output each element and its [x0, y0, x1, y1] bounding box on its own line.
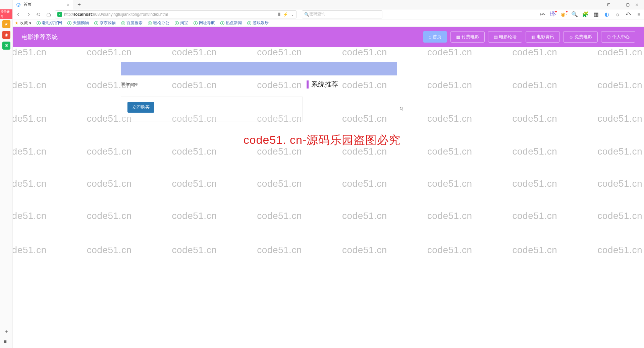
flash-icon[interactable]: ⚡: [283, 12, 288, 17]
recommend-heading: 系统推荐: [307, 80, 338, 89]
page-body: image 立即购买 系统推荐: [13, 47, 644, 348]
page-header-nav: 电影推荐系统 ⌂首页 ▦付费电影 ▤电影论坛 ▥电影资讯 ☺免费电影 ⚇个人中心: [13, 27, 644, 47]
bookmark-bullet-icon: ●: [37, 21, 41, 25]
translate-icon[interactable]: 译▾: [550, 11, 556, 17]
heading-accent-bar: [307, 80, 309, 89]
sun-icon[interactable]: ☼: [614, 11, 621, 17]
bookmark-bullet-icon: ●: [194, 21, 198, 25]
window-maximize-icon[interactable]: ▢: [625, 2, 630, 7]
bookmark-item[interactable]: ●热点新闻: [220, 20, 242, 26]
bookmark-item[interactable]: ●淘宝: [175, 20, 188, 26]
rail-mail-icon[interactable]: ✉: [2, 42, 10, 50]
address-bar[interactable]: ✓ http://localhost:8080/dianyingtuijianx…: [55, 10, 297, 18]
bookmark-bullet-icon: ●: [121, 21, 125, 25]
buy-now-button[interactable]: 立即购买: [127, 102, 154, 113]
bookmark-item[interactable]: ●京东购物: [94, 20, 116, 26]
bookmark-bullet-icon: ●: [247, 21, 251, 25]
rail-menu-icon[interactable]: ≡: [4, 339, 9, 345]
url-text: http://localhost:8080/dianyingtuijianxit…: [64, 12, 168, 17]
search-icon: 🔍: [304, 12, 309, 17]
bookmark-bullet-icon: ●: [148, 21, 152, 25]
window-minimize-icon[interactable]: ─: [616, 2, 621, 7]
qr-icon[interactable]: 𝄃𝄃: [278, 12, 280, 17]
login-badge[interactable]: 登录账号: [0, 9, 12, 19]
nav-menu: ⌂首页 ▦付费电影 ▤电影论坛 ▥电影资讯 ☺免费电影 ⚇个人中心: [423, 31, 635, 43]
chevron-down-icon[interactable]: ⌄: [291, 12, 294, 17]
bookmark-item[interactable]: ●老毛桃官网: [37, 20, 62, 26]
browser-left-rail: 登录账号 ✦ ★ ◉ ✉ ＋ ≡: [0, 0, 13, 348]
browser-address-bar-row: ✓ http://localhost:8080/dianyingtuijianx…: [0, 9, 644, 19]
tab-title: 首页: [23, 2, 32, 7]
zoom-icon[interactable]: 🔍: [572, 11, 578, 17]
tab-favicon: [16, 2, 21, 7]
shield-icon: ✓: [57, 12, 62, 17]
hero-banner: [121, 62, 397, 75]
rail-icon-2[interactable]: ★: [2, 20, 10, 28]
search-placeholder: 密码查询: [309, 11, 325, 17]
bookmark-favorites[interactable]: ★收藏 ▾: [15, 20, 31, 26]
nav-forward-button[interactable]: [25, 11, 32, 18]
window-pin-icon[interactable]: ⊡: [606, 2, 611, 7]
rail-weibo-icon[interactable]: ◉: [2, 31, 10, 39]
nav-reload-button[interactable]: [35, 11, 42, 18]
nav-forum[interactable]: ▤电影论坛: [488, 31, 522, 43]
tab-close-icon[interactable]: ×: [67, 2, 69, 7]
nav-profile[interactable]: ⚇个人中心: [601, 31, 635, 43]
bookmark-bullet-icon: ●: [67, 21, 71, 25]
nav-news[interactable]: ▥电影资讯: [526, 31, 560, 43]
bookmark-item[interactable]: ●游戏娱乐: [247, 20, 269, 26]
nav-paid-movie[interactable]: ▦付费电影: [450, 31, 485, 43]
bookmark-item[interactable]: ●轻松办公: [148, 20, 169, 26]
window-close-icon[interactable]: ✕: [635, 2, 639, 7]
nav-home[interactable]: ⌂首页: [423, 31, 447, 43]
puzzle-icon[interactable]: 🧩: [582, 11, 588, 17]
globe-icon[interactable]: ◐: [604, 11, 610, 17]
star-icon: ★: [15, 21, 18, 25]
bookmark-bullet-icon: ●: [220, 21, 224, 25]
bookmark-item[interactable]: ●网址导航: [194, 20, 215, 26]
bookmark-item[interactable]: ●天猫购物: [67, 20, 89, 26]
svg-point-1: [17, 3, 20, 6]
bookmarks-bar: ★收藏 ▾ ●老毛桃官网 ●天猫购物 ●京东购物 ●百度搜索 ●轻松办公 ●淘宝…: [0, 19, 644, 27]
undo-icon[interactable]: ↶▾: [625, 11, 631, 17]
broken-image-placeholder: image: [121, 81, 138, 86]
new-tab-button[interactable]: ＋: [73, 1, 85, 8]
browser-search-box[interactable]: 🔍 密码查询: [302, 10, 382, 18]
hamburger-icon[interactable]: ≡: [636, 11, 642, 17]
bookmark-bullet-icon: ●: [94, 21, 98, 25]
cursor-icon: ☟: [400, 106, 403, 112]
bookmark-item[interactable]: ●百度搜索: [121, 20, 143, 26]
bookmark-bullet-icon: ●: [175, 21, 179, 25]
browser-tab[interactable]: 首页 ×: [13, 0, 73, 9]
grid-icon[interactable]: ▦: [593, 11, 599, 17]
page-title: 电影推荐系统: [21, 33, 58, 41]
nav-back-button[interactable]: [15, 11, 22, 18]
browser-tab-strip: 首页 × ＋ ⊡ ─ ▢ ✕: [0, 0, 644, 9]
security-icon[interactable]: ◉▾: [561, 11, 567, 17]
nav-free-movie[interactable]: ☺免费电影: [563, 31, 598, 43]
nav-home-button[interactable]: [45, 11, 52, 18]
rail-plus-icon[interactable]: ＋: [4, 328, 9, 335]
scissors-icon[interactable]: ✂▾: [539, 11, 545, 17]
